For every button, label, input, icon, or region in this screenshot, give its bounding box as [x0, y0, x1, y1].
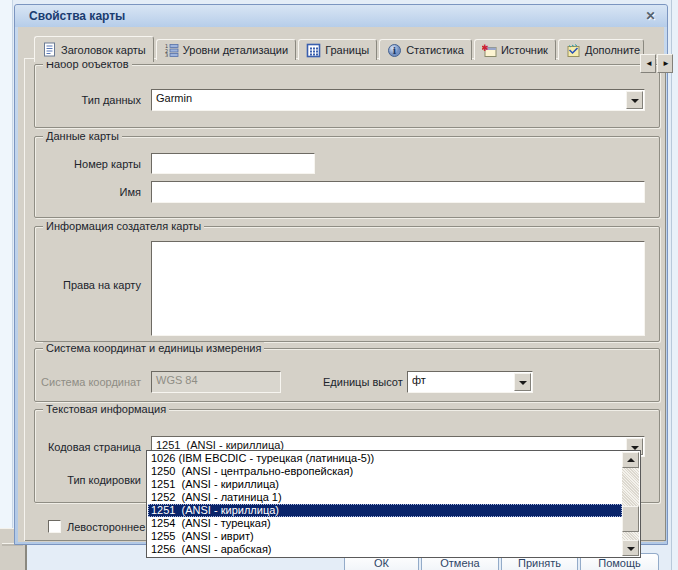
- arrow-down-icon: [627, 547, 635, 551]
- map-number-label: Номер карты: [41, 158, 141, 170]
- dialog-title: Свойства карты: [29, 9, 125, 23]
- dropdown-arrow-button[interactable]: [514, 373, 531, 391]
- tab-statistics[interactable]: i Статистика: [379, 39, 472, 60]
- group-object-set: Набор объектов Тип данных Garmin: [34, 64, 660, 128]
- note-icon: [566, 43, 581, 58]
- left-sided-checkbox-label: Левостороннее д: [67, 521, 155, 533]
- scrollbar-thumb[interactable]: [622, 506, 639, 532]
- list-item[interactable]: 1254 (ANSI - турецкая): [148, 517, 622, 530]
- tab-source[interactable]: ✱ Источник: [474, 39, 556, 60]
- tab-label: Заголовок карты: [61, 44, 146, 56]
- coord-system-label: Система координат: [41, 376, 141, 388]
- group-title: Информация создателя карты: [43, 220, 204, 232]
- codepage-label: Кодовая страница: [37, 441, 141, 453]
- tab-label: Источник: [501, 44, 548, 56]
- chevron-down-icon: [631, 99, 639, 103]
- tab-label: Дополните: [585, 44, 640, 56]
- dropdown-arrow-button[interactable]: [626, 91, 643, 109]
- height-units-combobox[interactable]: фт: [407, 371, 533, 393]
- info-icon: i: [387, 43, 402, 58]
- data-type-label: Тип данных: [41, 94, 141, 106]
- list-item-selected[interactable]: 1251 (ANSI - кириллица): [148, 504, 622, 517]
- encoding-type-label: Тип кодировки: [41, 474, 141, 486]
- tab-detail-levels[interactable]: 1 2 3 Уровни детализации: [156, 39, 296, 60]
- dropdown-scrollbar[interactable]: [622, 452, 639, 556]
- height-units-label: Единицы высот: [323, 376, 403, 388]
- name-label: Имя: [41, 186, 141, 198]
- codepage-dropdown-list: 1026 (IBM EBCDIC - турецкая (латиница-5)…: [146, 450, 641, 558]
- left-sided-checkbox[interactable]: [48, 520, 61, 533]
- background-left-strip: [0, 0, 13, 570]
- group-title: Текстовая информация: [43, 403, 169, 415]
- map-rights-textarea[interactable]: [151, 241, 645, 336]
- document-icon: [42, 42, 57, 57]
- group-title: Система координат и единицы измерения: [43, 342, 264, 354]
- list-item[interactable]: 1250 (ANSI - центрально-европейская): [148, 465, 622, 478]
- list-item[interactable]: 1026 (IBM EBCDIC - турецкая (латиница-5)…: [148, 452, 622, 465]
- list-item[interactable]: 1251 (ANSI - кириллица): [148, 478, 622, 491]
- list-item[interactable]: 1255 (ANSI - иврит): [148, 530, 622, 543]
- svg-text:✱: ✱: [482, 43, 489, 53]
- tab-strip: Заголовок карты 1 2 3 Уровни детализации: [34, 34, 646, 60]
- data-type-combobox[interactable]: Garmin: [151, 89, 645, 111]
- close-icon[interactable]: ✕: [642, 8, 659, 24]
- tab-map-header[interactable]: Заголовок карты: [34, 36, 154, 62]
- map-rights-label: Права на карту: [41, 279, 141, 291]
- coord-system-field: WGS 84: [151, 371, 281, 393]
- height-units-value: фт: [412, 374, 512, 386]
- dialog-titlebar[interactable]: Свойства карты ✕: [15, 5, 667, 27]
- scroll-up-button[interactable]: [622, 452, 639, 468]
- arrow-up-icon: [627, 458, 635, 462]
- tab-scroll-left-button[interactable]: ◄: [640, 54, 656, 73]
- chevron-right-icon: ►: [662, 59, 670, 68]
- levels-icon: 1 2 3: [164, 43, 179, 58]
- left-sided-checkbox-row: Левостороннее д: [48, 520, 155, 533]
- tab-boundaries[interactable]: Границы: [298, 39, 377, 60]
- desktop-background: ОК Отмена Принять Помощь Свойства карты …: [0, 0, 678, 570]
- map-number-input[interactable]: [151, 153, 315, 174]
- group-creator-info: Информация создателя карты Права на карт…: [34, 226, 660, 342]
- tab-additional[interactable]: Дополните: [558, 39, 644, 60]
- chevron-down-icon: [519, 381, 527, 385]
- svg-text:3: 3: [165, 52, 168, 58]
- tab-label: Границы: [325, 44, 369, 56]
- scroll-down-button[interactable]: [622, 540, 639, 556]
- list-item[interactable]: 1252 (ANSI - латиница 1): [148, 491, 622, 504]
- background-right-strip: [671, 0, 678, 570]
- chevron-left-icon: ◄: [645, 59, 653, 68]
- group-map-data: Данные карты Номер карты Имя: [34, 136, 660, 218]
- data-type-value: Garmin: [156, 92, 624, 104]
- list-item[interactable]: 1256 (ANSI - арабская): [148, 543, 622, 556]
- source-icon: ✱: [482, 43, 497, 58]
- tab-scroll-right-button[interactable]: ►: [657, 54, 673, 73]
- grid-icon: [306, 43, 321, 58]
- name-input[interactable]: [151, 181, 645, 203]
- tab-label: Уровни детализации: [183, 44, 288, 56]
- svg-text:i: i: [393, 46, 397, 56]
- group-coordinates: Система координат и единицы измерения Си…: [34, 348, 660, 402]
- group-title: Данные карты: [43, 130, 122, 142]
- tab-label: Статистика: [406, 44, 464, 56]
